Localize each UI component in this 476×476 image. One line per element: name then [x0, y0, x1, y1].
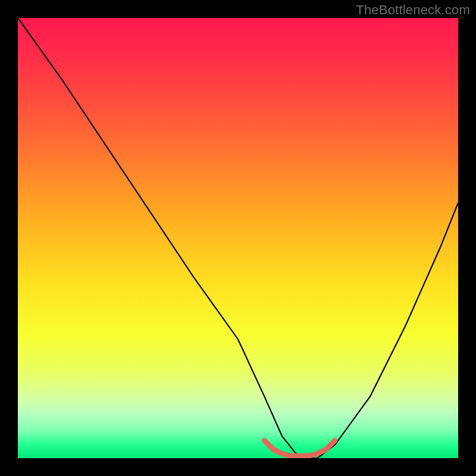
plot-area: [18, 18, 458, 458]
bottleneck-curve: [18, 18, 458, 458]
chart-frame: TheBottleneck.com: [0, 0, 476, 476]
curve-path: [18, 18, 458, 458]
watermark-text: TheBottleneck.com: [356, 2, 470, 18]
